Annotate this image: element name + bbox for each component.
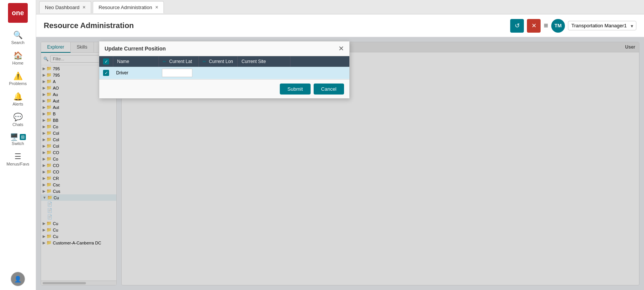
tab-label-neo-dashboard: Neo Dashboard — [45, 5, 79, 10]
col-header-check: ✓ — [99, 56, 113, 67]
search-icon: 🔍 — [13, 30, 23, 39]
refresh-button[interactable]: ↺ — [510, 19, 524, 33]
page-title: Resource Administration — [44, 21, 510, 30]
row-lat-input[interactable] — [162, 69, 192, 77]
tab-bar: Neo Dashboard × Resource Administration … — [36, 0, 644, 14]
page-header: Resource Administration ↺ ✕ ≡ TM Transpo… — [36, 14, 644, 37]
user-select-wrapper: Transportation Manager1 Transportation M… — [568, 21, 636, 30]
main-area: Neo Dashboard × Resource Administration … — [36, 0, 644, 290]
chat-icon: 💬 — [13, 112, 23, 121]
user-select[interactable]: Transportation Manager1 Transportation M… — [568, 21, 636, 30]
col-lon-label: Current Lon — [209, 59, 233, 64]
tab-label-resource-admin: Resource Administration — [98, 5, 152, 10]
col-header-extra — [290, 56, 349, 67]
sidebar-item-label-menus: Menus/Favs — [6, 162, 29, 166]
row-lon-input[interactable] — [201, 69, 230, 77]
refresh-icon: ↺ — [515, 22, 520, 29]
content-area: Explorer Skills 🔍 ▶📁795 ▶📁795 ▶📁A ▶📁AO ▶… — [36, 37, 644, 290]
bell-icon: 🔔 — [13, 92, 23, 101]
sidebar-item-switch[interactable]: 🖥️ ⊞ Switch — [0, 130, 36, 149]
user-avatar[interactable]: 👤 — [11, 272, 25, 290]
app-logo[interactable]: one — [8, 3, 28, 23]
cancel-button[interactable]: Cancel — [314, 84, 344, 95]
update-position-modal: Update Current Position ✕ ✓ — [99, 41, 350, 99]
header-actions: ↺ ✕ ≡ TM Transportation Manager1 Transpo… — [510, 19, 636, 33]
col-lat-label: Current Lat — [169, 59, 192, 64]
modal-title: Update Current Position — [105, 46, 166, 52]
col-header-name: Name — [113, 56, 159, 67]
close-button[interactable]: ✕ — [527, 19, 541, 33]
sidebar: one 🔍 Search 🏠 Home ⚠️ Problems 🔔 Alerts… — [0, 0, 36, 290]
sidebar-item-alerts[interactable]: 🔔 Alerts — [0, 89, 36, 109]
position-table: ✓ Name ✏ Curren — [99, 56, 349, 79]
modal-footer: Submit Cancel — [99, 79, 349, 98]
row-checkbox-cell[interactable]: ✓ — [99, 67, 113, 79]
switch-main-icon: 🖥️ — [10, 133, 18, 141]
table-body: ✓ Driver — [99, 67, 349, 79]
tab-close-resource-admin[interactable]: × — [155, 5, 158, 10]
warning-icon: ⚠️ — [13, 71, 23, 80]
switch-sub-icon: ⊞ — [20, 134, 26, 140]
hamburger-icon: ≡ — [544, 21, 548, 30]
sidebar-item-chats[interactable]: 💬 Chats — [0, 109, 36, 130]
col-header-lat: ✏ Current Lat — [159, 56, 199, 67]
sidebar-item-label-home: Home — [12, 61, 23, 65]
tab-close-neo-dashboard[interactable]: × — [82, 5, 86, 10]
modal-header: Update Current Position ✕ — [99, 41, 349, 56]
submit-button[interactable]: Submit — [280, 84, 310, 95]
modal-close-button[interactable]: ✕ — [338, 45, 344, 52]
table-header: ✓ Name ✏ Curren — [99, 56, 349, 67]
row-name: Driver — [116, 70, 128, 76]
row-site-cell[interactable] — [238, 67, 290, 79]
row-site-input[interactable] — [241, 69, 286, 77]
home-icon: 🏠 — [13, 51, 23, 60]
tab-neo-dashboard[interactable]: Neo Dashboard × — [39, 1, 91, 13]
sidebar-item-label-alerts: Alerts — [13, 102, 23, 106]
modal-body: ✓ Name ✏ Curren — [99, 56, 349, 79]
sidebar-item-label-search: Search — [11, 40, 25, 45]
user-initials-badge: TM — [551, 19, 565, 33]
modal-overlay: Update Current Position ✕ ✓ — [36, 37, 644, 290]
edit-lon-icon[interactable]: ✏ — [203, 59, 206, 64]
close-icon: ✕ — [531, 22, 536, 29]
sidebar-item-label-chats: Chats — [13, 122, 24, 127]
menu-icon: ☰ — [14, 152, 21, 161]
col-site-label: Current Site — [241, 59, 266, 64]
sidebar-item-label-switch: Switch — [12, 141, 24, 146]
table-row: ✓ Driver — [99, 67, 349, 79]
sidebar-item-problems[interactable]: ⚠️ Problems — [0, 68, 36, 89]
sidebar-item-label-problems: Problems — [9, 81, 27, 86]
edit-lat-icon[interactable]: ✏ — [163, 59, 166, 64]
sidebar-item-home[interactable]: 🏠 Home — [0, 48, 36, 68]
row-lat-cell[interactable] — [159, 67, 199, 79]
select-all-checkbox[interactable]: ✓ — [103, 58, 109, 65]
tab-resource-admin[interactable]: Resource Administration × — [93, 1, 164, 13]
col-name-label: Name — [117, 59, 129, 64]
row-extra-cell — [290, 67, 349, 79]
menu-button[interactable]: ≡ — [544, 21, 548, 30]
sidebar-item-menus[interactable]: ☰ Menus/Favs — [0, 149, 36, 169]
row-checkbox[interactable]: ✓ — [103, 70, 109, 76]
col-header-lon: ✏ Current Lon — [198, 56, 238, 67]
sidebar-item-search[interactable]: 🔍 Search — [0, 27, 36, 48]
col-header-site: Current Site — [238, 56, 290, 67]
row-lon-cell[interactable] — [198, 67, 238, 79]
row-name-cell: Driver — [113, 67, 159, 79]
